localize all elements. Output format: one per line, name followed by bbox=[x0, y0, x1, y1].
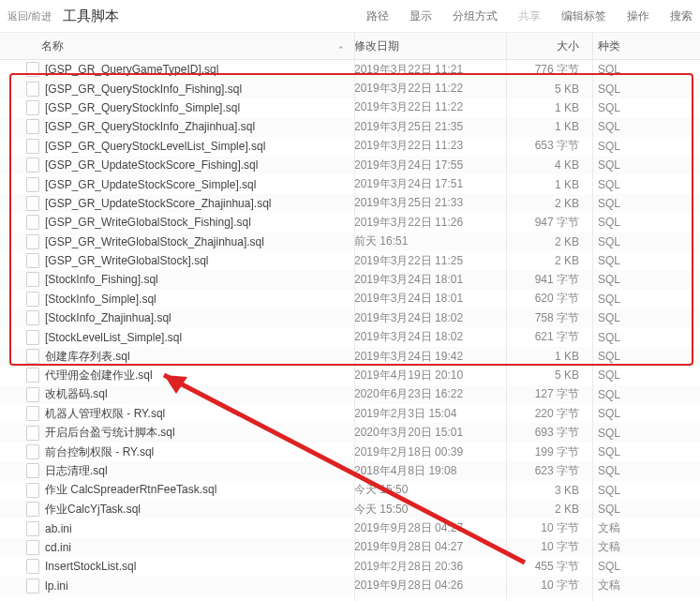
file-icon bbox=[26, 463, 39, 478]
table-row[interactable]: InsertStockList.sql2019年2月28日 20:36455 字… bbox=[0, 557, 700, 576]
header-name[interactable]: 名称 ⌃ bbox=[0, 38, 354, 54]
table-row[interactable]: 机器人管理权限 - RY.sql2019年2月3日 15:04220 字节SQL bbox=[0, 404, 700, 423]
menu-share: 共享 bbox=[518, 8, 541, 24]
file-name: [GSP_GR_UpdateStockScore_Fishing].sql bbox=[45, 158, 258, 172]
file-icon bbox=[26, 310, 39, 325]
file-icon bbox=[26, 521, 39, 536]
table-row[interactable]: [GSP_GR_WriteGlobalStock_Fishing].sql201… bbox=[0, 213, 700, 232]
file-name: [StockInfo_Simple].sql bbox=[45, 293, 156, 306]
file-name: ab.ini bbox=[45, 522, 72, 535]
table-row[interactable]: cd.ini2019年9月28日 04:2710 字节文稿 bbox=[0, 538, 700, 557]
cell-size: 2 KB bbox=[506, 254, 592, 267]
cell-date: 2019年3月25日 21:33 bbox=[354, 195, 506, 211]
window-title: 工具脚本 bbox=[63, 8, 119, 25]
cell-date: 2019年3月22日 11:23 bbox=[354, 138, 506, 154]
cell-size: 620 字节 bbox=[506, 291, 592, 307]
column-divider bbox=[506, 32, 507, 601]
cell-kind: SQL bbox=[592, 235, 700, 248]
file-icon bbox=[26, 215, 39, 230]
table-row[interactable]: [GSP_GR_WriteGlobalStock].sql2019年3月22日 … bbox=[0, 251, 700, 270]
table-row[interactable]: [GSP_GR_QueryStockInfo_Simple].sql2019年3… bbox=[0, 98, 700, 117]
file-name: lp.ini bbox=[45, 579, 68, 593]
header-kind[interactable]: 种类 bbox=[592, 38, 700, 54]
file-icon bbox=[26, 330, 39, 345]
table-row[interactable]: 日志清理.sql2018年4月8日 19:08623 字节SQL bbox=[0, 461, 700, 480]
menu-search[interactable]: 搜索 bbox=[670, 8, 693, 24]
cell-name: 作业CalcYjTask.sql bbox=[0, 502, 354, 518]
cell-date: 2019年3月24日 18:02 bbox=[354, 310, 506, 326]
table-row[interactable]: 改机器码.sql2020年6月23日 16:22127 字节SQL bbox=[0, 385, 700, 404]
header-size[interactable]: 大小 bbox=[506, 38, 592, 54]
cell-kind: SQL bbox=[592, 158, 700, 172]
cell-date: 今天 15:50 bbox=[354, 502, 506, 518]
menu-view[interactable]: 显示 bbox=[410, 8, 432, 24]
cell-name: lp.ini bbox=[0, 578, 354, 593]
nav-back-forward[interactable]: 返回/前进 bbox=[7, 9, 52, 23]
file-name: [StockInfo_Zhajinhua].sql bbox=[45, 311, 171, 324]
cell-size: 10 字节 bbox=[506, 578, 592, 593]
file-name: [StockLevelList_Simple].sql bbox=[45, 331, 182, 344]
table-row[interactable]: [GSP_GR_UpdateStockScore_Fishing].sql201… bbox=[0, 156, 700, 174]
cell-kind: SQL bbox=[592, 445, 700, 458]
cell-kind: SQL bbox=[592, 388, 700, 401]
table-row[interactable]: 作业CalcYjTask.sql今天 15:502 KBSQL bbox=[0, 500, 700, 518]
table-row[interactable]: [GSP_GR_WriteGlobalStock_Zhajinhua].sql前… bbox=[0, 233, 700, 251]
menu-tags[interactable]: 编辑标签 bbox=[561, 8, 606, 24]
cell-name: [GSP_GR_UpdateStockScore_Simple].sql bbox=[0, 177, 354, 192]
table-row[interactable]: [StockLevelList_Simple].sql2019年3月24日 18… bbox=[0, 327, 700, 346]
cell-date: 前天 16:51 bbox=[354, 233, 506, 249]
cell-name: 作业 CalcSpreaderRtnFeeTask.sql bbox=[0, 482, 354, 498]
cell-size: 10 字节 bbox=[506, 520, 592, 536]
table-row[interactable]: [GSP_GR_QueryStockInfo_Fishing].sql2019年… bbox=[0, 79, 700, 98]
sort-indicator-icon: ⌃ bbox=[337, 45, 345, 54]
file-name: 机器人管理权限 - RY.sql bbox=[45, 406, 165, 422]
cell-kind: 文稿 bbox=[592, 539, 700, 555]
table-row[interactable]: 开启后台盈亏统计脚本.sql2020年3月20日 15:01693 字节SQL bbox=[0, 423, 700, 442]
table-row[interactable]: 代理佣金创建作业.sql2019年4月19日 20:105 KBSQL bbox=[0, 366, 700, 384]
file-name: 前台控制权限 - RY.sql bbox=[45, 444, 154, 460]
cell-size: 941 字节 bbox=[506, 272, 592, 288]
table-row[interactable]: 作业 CalcSpreaderRtnFeeTask.sql今天 15:503 K… bbox=[0, 481, 700, 500]
table-row[interactable]: [StockInfo_Zhajinhua].sql2019年3月24日 18:0… bbox=[0, 308, 700, 327]
table-row[interactable]: ab.ini2019年9月28日 04:2710 字节文稿 bbox=[0, 518, 700, 537]
cell-name: [GSP_GR_WriteGlobalStock_Fishing].sql bbox=[0, 215, 354, 230]
table-row[interactable]: [GSP_GR_QueryGameTypeID].sql2019年3月22日 1… bbox=[0, 60, 700, 79]
file-icon bbox=[26, 349, 39, 364]
table-row[interactable]: [GSP_GR_QueryStockInfo_Zhajinhua].sql201… bbox=[0, 117, 700, 136]
header-date[interactable]: 修改日期 bbox=[354, 38, 506, 54]
cell-name: InsertStockList.sql bbox=[0, 559, 354, 574]
cell-date: 2019年3月22日 11:22 bbox=[354, 81, 506, 97]
table-row[interactable]: [StockInfo_Fishing].sql2019年3月24日 18:019… bbox=[0, 270, 700, 289]
cell-date: 2018年4月8日 19:08 bbox=[354, 463, 506, 479]
cell-size: 1 KB bbox=[506, 120, 592, 133]
file-icon bbox=[26, 387, 39, 402]
cell-name: [GSP_GR_WriteGlobalStock_Zhajinhua].sql bbox=[0, 234, 354, 249]
cell-kind: 文稿 bbox=[592, 578, 700, 593]
cell-size: 621 字节 bbox=[506, 329, 592, 345]
finder-window: 返回/前进 工具脚本 路径 显示 分组方式 共享 编辑标签 操作 搜索 名称 ⌃… bbox=[0, 0, 700, 601]
table-row[interactable]: [GSP_GR_QueryStockLevelList_Simple].sql2… bbox=[0, 137, 700, 156]
menu-action[interactable]: 操作 bbox=[627, 8, 649, 24]
cell-size: 623 字节 bbox=[506, 463, 592, 479]
table-row[interactable]: [GSP_GR_UpdateStockScore_Zhajinhua].sql2… bbox=[0, 194, 700, 213]
table-row[interactable]: [StockInfo_Simple].sql2019年3月24日 18:0162… bbox=[0, 290, 700, 308]
cell-name: [GSP_GR_QueryStockInfo_Fishing].sql bbox=[0, 82, 354, 97]
cell-size: 758 字节 bbox=[506, 310, 592, 326]
cell-size: 1 KB bbox=[506, 178, 592, 191]
table-row[interactable]: 前台控制权限 - RY.sql2019年2月18日 00:39199 字节SQL bbox=[0, 443, 700, 461]
table-row[interactable]: [GSP_GR_UpdateStockScore_Simple].sql2019… bbox=[0, 174, 700, 193]
cell-kind: SQL bbox=[592, 368, 700, 382]
menu-group[interactable]: 分组方式 bbox=[453, 8, 498, 24]
menu-path[interactable]: 路径 bbox=[366, 8, 389, 24]
cell-kind: SQL bbox=[592, 83, 700, 96]
cell-date: 2019年2月28日 20:36 bbox=[354, 559, 506, 575]
file-name: cd.ini bbox=[45, 541, 71, 554]
cell-kind: SQL bbox=[592, 331, 700, 344]
file-icon bbox=[26, 426, 39, 441]
table-row[interactable]: lp.ini2019年9月28日 04:2610 字节文稿 bbox=[0, 577, 700, 595]
file-icon bbox=[26, 119, 39, 134]
cell-name: 日志清理.sql bbox=[0, 463, 354, 479]
cell-kind: SQL bbox=[592, 484, 700, 497]
table-row[interactable]: 创建库存列表.sql2019年3月24日 19:421 KBSQL bbox=[0, 347, 700, 366]
file-list[interactable]: [GSP_GR_QueryGameTypeID].sql2019年3月22日 1… bbox=[0, 60, 700, 601]
